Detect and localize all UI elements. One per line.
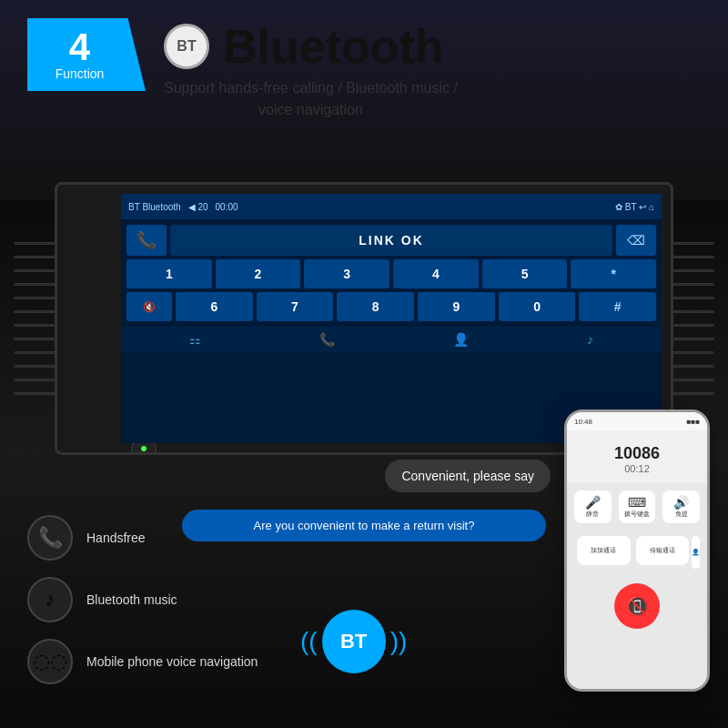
key-5[interactable]: 5 (482, 259, 568, 288)
phone-status-bar: 10:48 ■■■ (567, 412, 707, 430)
feature-handsfree-icon: 📞 (27, 515, 73, 561)
phone-btn-transfer[interactable]: 传输通话 (636, 536, 690, 565)
screen-bottom-nav: ⚏ 📞 👤 ♪ (121, 327, 662, 352)
top-section: 4 Function BT Bluetooth Support hands-fr… (0, 0, 728, 200)
feature-nav-icon: ◌◌ (27, 639, 73, 684)
feature-bluetooth-music: ♪ Bluetooth music (27, 577, 282, 622)
key-star[interactable]: * (571, 259, 656, 288)
phone-number-display: 10086 (576, 444, 698, 463)
bt-symbol-area: (( BT )) (300, 610, 407, 673)
screen-header: BT Bluetooth ◀ 20 00:00 ✿ BT ↩ ⌂ (121, 194, 662, 219)
phone-caller-section: 10086 00:12 (567, 430, 707, 483)
phone-btn-contacts[interactable]: 👤 (692, 536, 700, 569)
phone-screen: 10:48 ■■■ 10086 00:12 🎤静音 ⌨拨号键盘 🔊免提 加加通话… (567, 412, 707, 689)
key-7[interactable]: 7 (257, 292, 334, 321)
key-9[interactable]: 9 (418, 292, 495, 321)
key-hash[interactable]: # (579, 292, 656, 321)
nav-icon-phone[interactable]: 📞 (319, 332, 335, 347)
signal-wave-right: )) (390, 627, 408, 656)
feature-nav-label: Mobile phone voice navigation (86, 654, 258, 669)
feature-music-icon: ♪ (27, 577, 73, 622)
keypad-container: 📞 LINK OK ⌫ 1 2 3 4 5 * 🔇 6 7 8 9 0 (121, 219, 662, 327)
bt-symbol-circle: BT (322, 610, 386, 673)
bt-title-row: BT Bluetooth (164, 23, 458, 70)
keypad-row-1: 1 2 3 4 5 * (126, 259, 656, 288)
feature-navigation: ◌◌ Mobile phone voice navigation (27, 639, 282, 684)
key-0[interactable]: 0 (499, 292, 576, 321)
bt-icon-circle: BT (164, 24, 209, 69)
function-badge: 4 Function (27, 18, 146, 91)
function-label: Function (56, 66, 105, 81)
screen-time: 00:00 (216, 202, 238, 212)
phone-battery: ■■■ (687, 418, 701, 426)
bt-circle-label: BT (177, 38, 196, 55)
areyou-text: Are you convenient to make a return visi… (254, 519, 475, 532)
car-screen: BT Bluetooth ◀ 20 00:00 ✿ BT ↩ ⌂ 📞 LINK … (121, 194, 662, 443)
phone-btn-keypad[interactable]: ⌨拨号键盘 (619, 490, 656, 523)
nav-icon-contacts[interactable]: 👤 (453, 332, 469, 347)
bt-subtitle: Support hands-free calling / Bluetooth m… (164, 77, 458, 121)
phone-duration-display: 00:12 (576, 463, 698, 474)
key-1[interactable]: 1 (126, 259, 212, 288)
phone-btn-add-call[interactable]: 加加通话 (577, 536, 631, 565)
function-number: 4 (69, 28, 90, 66)
screen-icons: ✿ BT ↩ ⌂ (615, 202, 654, 212)
signal-wave-left: (( (300, 627, 318, 656)
call-row: 📞 LINK OK ⌫ (126, 225, 656, 256)
phone-time: 10:48 (574, 418, 592, 426)
mute-button[interactable]: 🔇 (126, 292, 172, 321)
screen-volume: ◀ 20 (188, 202, 208, 212)
bt-subtitle-line2: voice navigation (258, 102, 363, 117)
bluetooth-title: Bluetooth (223, 23, 444, 70)
vent-lines-right (669, 191, 714, 446)
key-2[interactable]: 2 (216, 259, 301, 288)
key-6[interactable]: 6 (176, 292, 253, 321)
convenient-bubble: Convenient, please say (385, 460, 551, 492)
link-ok-display: LINK OK (170, 225, 612, 256)
phone-btn-speaker[interactable]: 🔊免提 (662, 490, 700, 523)
phone-end-call-button[interactable]: 📵 (614, 583, 660, 629)
vent-lines-left (14, 191, 59, 446)
key-3[interactable]: 3 (304, 259, 389, 288)
features-section: 📞 Handsfree ♪ Bluetooth music ◌◌ Mobile … (27, 515, 282, 701)
bt-section: BT Bluetooth Support hands-free calling … (164, 18, 458, 121)
key-4[interactable]: 4 (393, 259, 479, 288)
phone-mockup: 10:48 ■■■ 10086 00:12 🎤静音 ⌨拨号键盘 🔊免提 加加通话… (564, 410, 710, 692)
screen-bt-text: BT Bluetooth (128, 202, 181, 212)
nav-icon-music[interactable]: ♪ (587, 332, 593, 347)
phone-add-row: 加加通话 传输通话 👤 (567, 531, 707, 574)
phone-btn-mute[interactable]: 🎤静音 (574, 490, 612, 523)
feature-handsfree-label: Handsfree (86, 531, 146, 545)
feature-music-label: Bluetooth music (86, 592, 177, 607)
convenient-text: Convenient, please say (401, 469, 534, 483)
feature-handsfree: 📞 Handsfree (27, 515, 282, 561)
call-button[interactable]: 📞 (126, 225, 167, 256)
bt-symbol-label: BT (340, 630, 367, 653)
backspace-button[interactable]: ⌫ (616, 225, 656, 256)
keypad-row-2: 🔇 6 7 8 9 0 # (126, 292, 656, 321)
key-8[interactable]: 8 (337, 292, 414, 321)
bt-subtitle-line1: Support hands-free calling / Bluetooth m… (164, 80, 458, 96)
phone-call-buttons: 🎤静音 ⌨拨号键盘 🔊免提 (567, 483, 707, 531)
nav-icon-equalizer[interactable]: ⚏ (189, 332, 201, 347)
